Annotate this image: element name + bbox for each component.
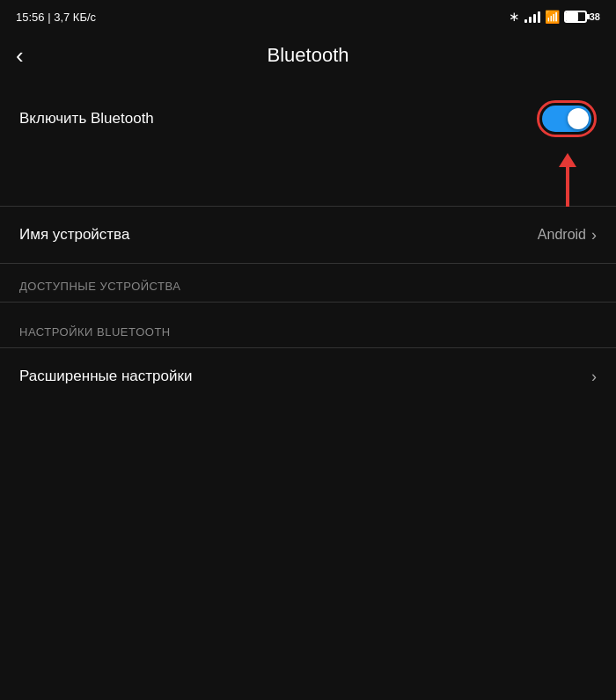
- available-devices-section-header: ДОСТУПНЫЕ УСТРОЙСТВА: [0, 264, 616, 302]
- bluetooth-settings-section-header: НАСТРОЙКИ BLUETOOTH: [0, 310, 616, 347]
- bluetooth-toggle-highlight: [537, 100, 597, 137]
- device-name-label: Имя устройства: [19, 226, 129, 244]
- toggle-knob: [568, 108, 589, 129]
- wifi-icon: 📶: [545, 10, 560, 24]
- advanced-settings-label: Расширенные настройки: [19, 368, 192, 385]
- device-name-value: Android: [538, 227, 586, 243]
- red-arrow: [559, 153, 576, 207]
- battery-level: 38: [590, 11, 600, 22]
- device-name-right: Android ›: [538, 226, 597, 244]
- status-icons: ∗ 📶 38: [509, 9, 600, 25]
- bluetooth-toggle-label: Включить Bluetooth: [19, 110, 154, 128]
- signal-icon: [524, 11, 540, 23]
- back-button[interactable]: ‹: [16, 44, 24, 67]
- page-title: Bluetooth: [268, 44, 349, 67]
- bluetooth-toggle-row: Включить Bluetooth: [0, 84, 616, 153]
- chevron-right-icon: ›: [591, 226, 597, 244]
- page-header: ‹ Bluetooth: [0, 32, 616, 84]
- arrow-annotation: [0, 153, 616, 206]
- bluetooth-settings-section: НАСТРОЙКИ BLUETOOTH: [0, 310, 616, 347]
- battery-fill: [566, 12, 578, 21]
- arrow-line: [566, 167, 569, 207]
- battery-icon: [564, 11, 587, 23]
- bluetooth-toggle-switch[interactable]: [542, 106, 591, 132]
- device-name-row[interactable]: Имя устройства Android ›: [0, 207, 616, 263]
- status-bar: 15:56 | 3,7 КБ/с ∗ 📶 38: [0, 0, 616, 32]
- settings-content: Включить Bluetooth Имя устройства Androi…: [0, 84, 616, 405]
- bluetooth-status-icon: ∗: [509, 9, 520, 25]
- status-network-speed: 3,7 КБ/с: [54, 11, 96, 24]
- arrow-head: [559, 153, 576, 167]
- advanced-chevron-right-icon: ›: [591, 368, 597, 386]
- section-separator-2: [0, 302, 616, 303]
- advanced-settings-row[interactable]: Расширенные настройки ›: [0, 348, 616, 405]
- battery-container: 38: [564, 11, 600, 23]
- status-time-speed: 15:56 | 3,7 КБ/с: [16, 11, 96, 24]
- status-time: 15:56: [16, 11, 45, 24]
